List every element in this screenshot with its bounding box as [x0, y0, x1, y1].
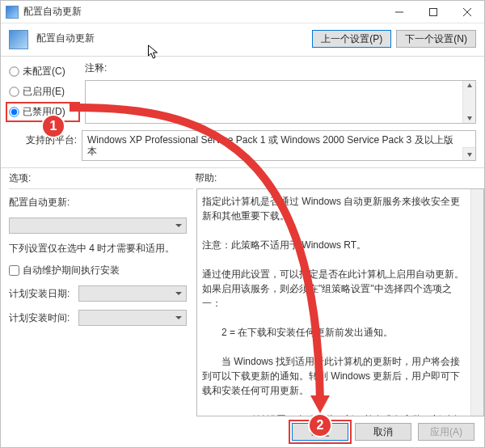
platform-label: 支持的平台: [9, 130, 77, 161]
chevron-down-icon [466, 151, 473, 158]
window-controls [382, 1, 484, 23]
titlebar: 配置自动更新 [1, 1, 484, 23]
comment-textarea[interactable] [85, 80, 476, 124]
help-paragraph: 注意：此策略不适用于 Windows RT。 [202, 238, 467, 252]
app-icon [6, 6, 19, 19]
help-paragraph: 指定此计算机是否通过 Windows 自动更新服务来接收安全更新和其他重要下载。 [202, 194, 467, 223]
radio-disabled[interactable]: 已禁用(D) [9, 105, 77, 119]
state-radios: 未配置(C) 已启用(E) 已禁用(D) [9, 61, 77, 124]
help-text-panel[interactable]: 指定此计算机是否通过 Windows 自动更新服务来接收安全更新和其他重要下载。… [196, 188, 484, 416]
close-button[interactable] [450, 1, 484, 23]
svg-rect-0 [430, 8, 437, 15]
install-time-row: 计划安装时间: [9, 310, 187, 326]
radio-enabled[interactable]: 已启用(E) [9, 85, 77, 99]
options-panel: 配置自动更新: 下列设置仅在选中 4 时才需要和适用。 自动维护期间执行安装 计… [9, 188, 193, 416]
maintenance-checkbox-row[interactable]: 自动维护期间执行安装 [9, 264, 187, 277]
comment-label: 注释: [85, 61, 476, 75]
install-time-label: 计划安装时间: [9, 311, 74, 325]
radio-input[interactable] [9, 107, 19, 116]
help-paragraph: 通过使用此设置，可以指定是否在此计算机上启用自动更新。如果启用该服务，则必须在"… [202, 267, 467, 311]
policy-icon [9, 30, 28, 49]
scroll-down-button[interactable] [462, 147, 475, 160]
help-scrollbar[interactable] [470, 189, 483, 416]
ok-button[interactable]: 确定 [292, 423, 348, 441]
dialog-footer: 确定 取消 应用(A) [1, 416, 484, 447]
policy-title: 配置自动更新 [36, 28, 304, 45]
help-paragraph: 当 Windows 找到适用于此计算机的更新时，用户将会接到可以下载更新的通知。… [202, 354, 467, 398]
maintenance-checkbox[interactable] [9, 265, 19, 276]
scrollbar[interactable] [462, 81, 475, 123]
prev-setting-button[interactable]: 上一个设置(P) [312, 30, 391, 48]
group-title: 配置自动更新: [9, 196, 187, 209]
install-time-dropdown[interactable] [78, 310, 187, 326]
options-note: 下列设置仅在选中 4 时才需要和适用。 [9, 242, 187, 256]
minimize-button[interactable] [382, 1, 416, 23]
window-title: 配置自动更新 [23, 5, 382, 19]
install-date-row: 计划安装日期: [9, 285, 187, 302]
install-date-label: 计划安装日期: [9, 287, 74, 301]
maximize-button[interactable] [416, 1, 450, 23]
next-setting-button[interactable]: 下一个设置(N) [396, 30, 476, 48]
update-mode-dropdown[interactable] [9, 218, 187, 234]
config-row: 未配置(C) 已启用(E) 已禁用(D) 注释: [1, 57, 484, 127]
main-split: 配置自动更新: 下列设置仅在选中 4 时才需要和适用。 自动维护期间执行安装 计… [1, 188, 484, 416]
help-paragraph: 2 = 在下载和安装任何更新前发出通知。 [202, 325, 467, 340]
platform-row: 支持的平台: Windows XP Professional Service P… [1, 127, 484, 167]
install-date-dropdown[interactable] [78, 285, 187, 302]
radio-input[interactable] [9, 66, 19, 76]
help-header: 帮助: [195, 171, 217, 185]
section-headers: 选项: 帮助: [1, 168, 484, 188]
gpo-dialog: 配置自动更新 配置自动更新 上一个设置(P) 下一个设置(N) 未配置(C) 已… [0, 0, 485, 448]
scroll-down-icon [466, 115, 473, 121]
radio-input[interactable] [9, 87, 19, 96]
apply-button[interactable]: 应用(A) [418, 423, 474, 441]
scroll-up-icon [466, 82, 473, 89]
cancel-button[interactable]: 取消 [355, 423, 411, 441]
options-header: 选项: [9, 171, 195, 185]
platform-box[interactable]: Windows XP Professional Service Pack 1 或… [82, 130, 476, 161]
radio-not-configured[interactable]: 未配置(C) [9, 65, 77, 78]
header-section: 配置自动更新 上一个设置(P) 下一个设置(N) [1, 23, 484, 56]
